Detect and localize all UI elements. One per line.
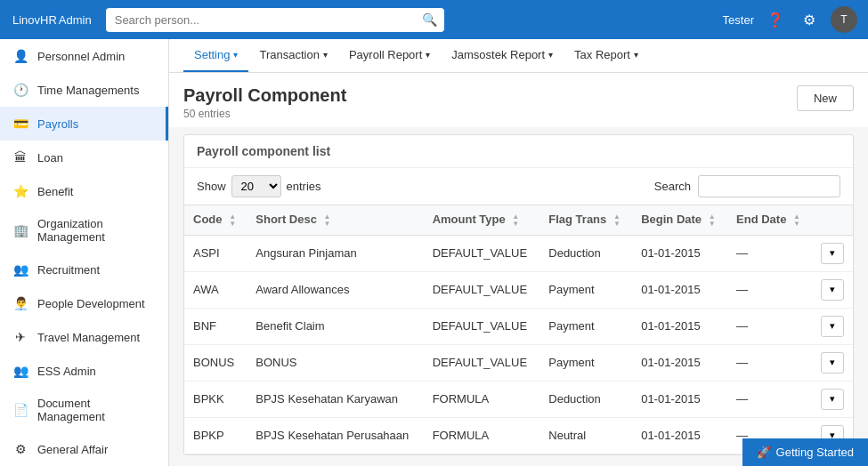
cell-short-desc: BPJS Kesehatan Karyawan bbox=[247, 381, 423, 417]
brand-name: LinovHR bbox=[12, 13, 57, 27]
tab-setting[interactable]: Setting ▾ bbox=[183, 39, 248, 72]
sidebar-item-loan[interactable]: 🏛 Loan bbox=[0, 141, 168, 174]
sidebar-item-label: Travel Management bbox=[37, 331, 140, 344]
cell-amount-type: DEFAULT_VALUE bbox=[424, 235, 540, 271]
entries-select[interactable]: 20 10 50 100 bbox=[231, 175, 281, 197]
brand-role: Admin bbox=[59, 13, 92, 27]
table-row: ASPI Angsuran Pinjaman DEFAULT_VALUE Ded… bbox=[184, 235, 853, 271]
sidebar-item-travel-management[interactable]: ✈ Travel Management bbox=[0, 320, 168, 354]
sort-icon: ▲▼ bbox=[229, 213, 236, 228]
cell-begin-date: 01-01-2015 bbox=[632, 344, 727, 381]
page-title-block: Payroll Component 50 entries bbox=[183, 85, 346, 120]
sidebar-item-label: Loan bbox=[37, 151, 63, 165]
cell-action: ▾ bbox=[812, 381, 853, 417]
table-header-row: Code ▲▼ Short Desc ▲▼ Amount Type ▲▼ bbox=[184, 205, 853, 236]
col-begin-date: Begin Date ▲▼ bbox=[632, 205, 727, 236]
sidebar-item-label: General Affair bbox=[37, 443, 108, 456]
tab-setting-label: Setting bbox=[194, 48, 230, 61]
general-icon: ⚙ bbox=[12, 441, 28, 457]
help-icon[interactable]: ❓ bbox=[763, 7, 788, 32]
page-title: Payroll Component bbox=[183, 85, 346, 106]
getting-started-button[interactable]: 🚀 Getting Started bbox=[742, 438, 868, 466]
sidebar-item-document-management[interactable]: 📄 Document Management bbox=[0, 388, 168, 432]
sidebar-item-label: Personnel Admin bbox=[37, 50, 125, 63]
search-container: 🔍 bbox=[106, 8, 444, 32]
col-action bbox=[812, 205, 853, 236]
cell-code: ASPI bbox=[184, 235, 247, 271]
settings-icon[interactable]: ⚙ bbox=[797, 7, 822, 32]
payroll-table: Code ▲▼ Short Desc ▲▼ Amount Type ▲▼ bbox=[184, 205, 853, 454]
sidebar-item-recruitment[interactable]: 👥 Recruitment bbox=[0, 253, 168, 286]
cell-action: ▾ bbox=[812, 308, 853, 344]
chevron-down-icon: ▾ bbox=[634, 50, 638, 60]
table-controls: Show 20 10 50 100 entries Search bbox=[184, 168, 853, 205]
body-layout: 👤 Personnel Admin 🕐 Time Managements 💳 P… bbox=[0, 39, 868, 466]
show-label: Show bbox=[197, 180, 226, 193]
show-entries-control: Show 20 10 50 100 entries bbox=[197, 175, 321, 197]
col-flag-trans: Flag Trans ▲▼ bbox=[539, 205, 632, 236]
cell-short-desc: BONUS bbox=[247, 344, 423, 381]
search-icon: 🔍 bbox=[422, 12, 437, 27]
tab-transaction-label: Transaction bbox=[259, 48, 319, 61]
tab-transaction[interactable]: Transaction ▾ bbox=[248, 39, 337, 72]
ess-icon: 👥 bbox=[12, 363, 28, 379]
sidebar-item-label: Document Management bbox=[37, 397, 156, 423]
row-action-button[interactable]: ▾ bbox=[821, 316, 844, 337]
table-search-input[interactable] bbox=[698, 175, 840, 197]
cell-end-date: — bbox=[727, 308, 812, 344]
sidebar-item-general-affair[interactable]: ⚙ General Affair bbox=[0, 432, 168, 466]
tab-payroll-report-label: Payroll Report bbox=[349, 48, 422, 61]
org-icon: 🏢 bbox=[12, 222, 28, 238]
col-short-desc: Short Desc ▲▼ bbox=[247, 205, 423, 236]
sidebar-item-payrolls[interactable]: 💳 Payrolls bbox=[0, 107, 168, 141]
sidebar-item-label: Recruitment bbox=[37, 263, 100, 277]
sidebar-item-benefit[interactable]: ⭐ Benefit bbox=[0, 174, 168, 208]
col-code: Code ▲▼ bbox=[184, 205, 247, 236]
sidebar-item-label: ESS Admin bbox=[37, 365, 96, 378]
sidebar-item-personnel-admin[interactable]: 👤 Personnel Admin bbox=[0, 39, 168, 73]
benefit-icon: ⭐ bbox=[12, 183, 28, 199]
tab-payroll-report[interactable]: Payroll Report ▾ bbox=[338, 39, 441, 72]
chevron-down-icon: ▾ bbox=[233, 50, 238, 60]
table-row: AWA Award Allowances DEFAULT_VALUE Payme… bbox=[184, 271, 853, 308]
top-navbar: LinovHRAdmin 🔍 Tester ❓ ⚙ T bbox=[0, 0, 868, 39]
tab-jamsostek-report[interactable]: Jamsostek Report ▾ bbox=[441, 39, 564, 72]
tab-tax-report[interactable]: Tax Report ▾ bbox=[564, 39, 649, 72]
row-action-button[interactable]: ▾ bbox=[821, 352, 844, 374]
sidebar-item-ess-admin[interactable]: 👥 ESS Admin bbox=[0, 354, 168, 388]
sidebar-item-label: People Development bbox=[37, 297, 145, 310]
table-area: Payroll component list Show 20 10 50 100… bbox=[169, 127, 868, 466]
search-input[interactable] bbox=[106, 8, 444, 32]
cell-end-date: — bbox=[727, 271, 812, 308]
row-action-button[interactable]: ▾ bbox=[821, 279, 844, 301]
table-search-box: Search bbox=[654, 175, 840, 197]
sort-icon: ▲▼ bbox=[324, 213, 331, 228]
row-action-button[interactable]: ▾ bbox=[821, 243, 844, 264]
avatar[interactable]: T bbox=[831, 6, 857, 33]
cell-amount-type: FORMULA bbox=[424, 417, 540, 454]
cell-flag-trans: Payment bbox=[539, 308, 632, 344]
sort-icon: ▲▼ bbox=[512, 213, 519, 228]
cell-end-date: — bbox=[727, 381, 812, 417]
sidebar-item-people-development[interactable]: 👨‍💼 People Development bbox=[0, 286, 168, 320]
row-action-button[interactable]: ▾ bbox=[821, 389, 844, 410]
sidebar: 👤 Personnel Admin 🕐 Time Managements 💳 P… bbox=[0, 39, 169, 466]
cell-short-desc: Angsuran Pinjaman bbox=[247, 235, 423, 271]
clock-icon: 🕐 bbox=[12, 82, 28, 98]
new-button[interactable]: New bbox=[797, 85, 854, 111]
cell-code: BNF bbox=[184, 308, 247, 344]
sort-icon: ▲▼ bbox=[613, 213, 621, 228]
cell-code: AWA bbox=[184, 271, 247, 308]
cell-short-desc: Award Allowances bbox=[247, 271, 423, 308]
sidebar-item-time-managements[interactable]: 🕐 Time Managements bbox=[0, 73, 168, 107]
person-icon: 👤 bbox=[12, 48, 28, 64]
table-card: Payroll component list Show 20 10 50 100… bbox=[183, 134, 854, 455]
cell-begin-date: 01-01-2015 bbox=[632, 235, 727, 271]
col-amount-type: Amount Type ▲▼ bbox=[424, 205, 540, 236]
sidebar-item-label: Organization Management bbox=[37, 217, 156, 244]
chevron-down-icon: ▾ bbox=[323, 50, 328, 60]
cell-short-desc: Benefit Claim bbox=[247, 308, 423, 344]
col-end-date: End Date ▲▼ bbox=[727, 205, 812, 236]
rocket-icon: 🚀 bbox=[757, 446, 771, 459]
sidebar-item-organization-management[interactable]: 🏢 Organization Management bbox=[0, 208, 168, 253]
